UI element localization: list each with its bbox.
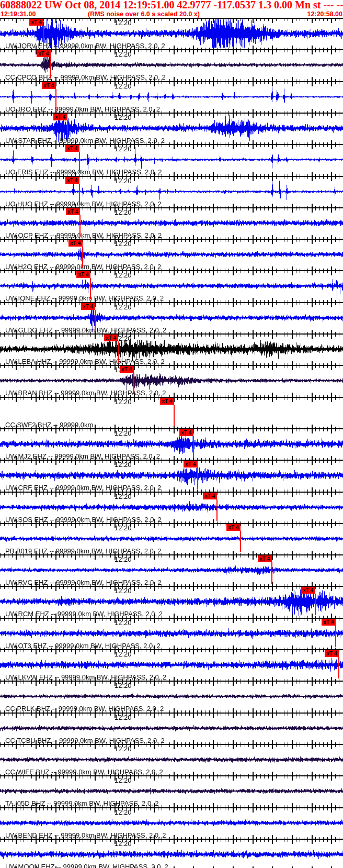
station-label: UW.LKVW EHZ -- 99999.0km BW, HIGHPASS, 2… [5, 674, 166, 681]
trace-panel: 12:20xT 4UW.GLDO EHZ -- 99999.0km BW, HI… [0, 302, 343, 334]
station-label: PB.B019 EHZ -- 99999.0km BW, HIGHPASS, 2… [5, 548, 161, 554]
time-tick-label: 12:20 [115, 556, 132, 563]
trace-panel: 12:20xT 4UW.SOS EHZ -- 99999.0km BW, HIG… [0, 492, 343, 524]
trace-panel: 12:20CC.TCBU BHZ -- 99999.0km BW, HIGHPA… [0, 713, 343, 744]
station-label: CC.CPCO BHZ -- 99999.0km BW, HIGHPASS, 2… [5, 74, 166, 81]
station-label: UW.LEBA HHZ -- 99999.0km BW, HIGHPASS, 2… [5, 358, 165, 365]
pick-marker[interactable]: xT 4 [81, 303, 95, 310]
scaling-note: (RMS noise over 6.0 s scaled 20.0 x) [58, 10, 230, 18]
time-tick-label: 12:20 [115, 398, 132, 405]
time-tick-label: 12:20 [115, 809, 132, 816]
pick-marker[interactable]: xT 4 [29, 19, 43, 26]
time-tick-label: 12:20 [115, 272, 132, 279]
time-tick-label: 12:20 [115, 840, 132, 847]
pick-marker[interactable]: xT 4 [184, 461, 198, 468]
station-label: TA.I05D BHZ -- 99999.0km BW, HIGHPASS, 2… [5, 800, 159, 807]
station-label: UW.CRF EHZ -- 99999.0km BW, HIGHPASS, 2.… [5, 484, 161, 491]
pick-line [43, 26, 44, 47]
pick-line [95, 310, 96, 331]
time-tick-label: 12:20 [115, 682, 132, 689]
pick-marker[interactable]: xT 4 [226, 524, 241, 531]
time-tick-label: 12:20 [115, 146, 132, 152]
station-label: UW.OT3 EHZ -- 99999.0km BW, HIGHPASS, 2.… [5, 642, 161, 649]
pick-marker[interactable]: xT 4 [65, 145, 79, 152]
pick-marker[interactable]: xT 4 [301, 587, 315, 594]
pick-line [193, 436, 194, 458]
pick-marker[interactable]: xT 4 [66, 208, 80, 215]
pick-line [271, 562, 272, 584]
time-tick-label: 12:20 [115, 304, 132, 310]
pick-line [67, 120, 68, 142]
trace-panel: 12:20xT 4UW.MJ2 EHZ -- 99999.0km BW, HIG… [0, 428, 343, 460]
time-tick-label: 12:20 [115, 714, 132, 721]
pick-marker[interactable]: xT 4 [68, 240, 83, 247]
pick-line [118, 341, 119, 363]
pick-line [82, 247, 83, 268]
time-tick-label: 12:20 [115, 51, 132, 58]
trace-panel: 12:20xT 4UW.LEBA HHZ -- 99999.0km BW, HI… [0, 333, 343, 365]
trace-panel: 12:20xT 4CC.CPCO BHZ -- 99999.0km BW, HI… [0, 49, 343, 81]
pick-marker[interactable]: xT 4 [42, 82, 56, 89]
trace-panel: 12:20xT 4UW.IONE EHZ -- 99999.0km BW, HI… [0, 270, 343, 302]
time-tick-label: 12:20 [115, 209, 132, 216]
pick-marker[interactable]: xT 4 [76, 271, 90, 278]
time-tick-label: 12:20 [115, 525, 132, 531]
window-start-time: 12:19:31.00 [1, 10, 36, 18]
station-label: UW.RCM EHZ -- 99999.0km BW, HIGHPASS, 2.… [5, 610, 163, 617]
pick-marker[interactable]: xT 4 [322, 619, 336, 626]
trace-panel: 12:20xT 4UW.OT3 EHZ -- 99999.0km BW, HIG… [0, 618, 343, 650]
station-label: UO.HUO EHZ -- 99999.0km BW, HIGHPASS, 2.… [5, 201, 162, 207]
station-label: UW.BEND EHZ -- 99999.0km BW, HIGHPASS, 2… [5, 832, 166, 839]
station-label: UW.OCP EHZ -- 99999.0km BW, HIGHPASS, 2.… [5, 232, 162, 239]
pick-marker[interactable]: xT 4 [258, 555, 272, 562]
pick-marker[interactable]: xT 4 [120, 366, 134, 373]
station-label: UW.STAR EHZ -- 99999.0km BW, HIGHPASS, 2… [5, 137, 165, 144]
time-tick-label: 12:20 [115, 114, 132, 121]
trace-panel: 12:20xT 4UW.JQRV EHZ -- 99999.0km BW, HI… [0, 18, 343, 50]
pick-marker[interactable]: xT 4 [203, 493, 217, 499]
trace-panel: 12:20xT 4CC.SWF2 BHZ -- 99999.0km [0, 397, 343, 429]
pick-marker[interactable]: xT 4 [37, 50, 51, 57]
time-tick-label: 12:20 [115, 461, 132, 468]
trace-panel: 12:20xT 4UW.RVC EHZ -- 99999.0km BW, HIG… [0, 554, 343, 586]
pick-line [50, 57, 51, 79]
time-tick-label: 12:20 [115, 19, 132, 26]
pick-marker[interactable]: xT 4 [104, 335, 118, 341]
station-label: UW.MJ2 EHZ -- 99999.0km BW, HIGHPASS, 2.… [5, 453, 160, 460]
pick-marker[interactable]: xT 4 [65, 177, 79, 184]
pick-line [240, 531, 241, 552]
trace-panel: 12:20xT 4UW.CRF EHZ -- 99999.0km BW, HIG… [0, 460, 343, 492]
pick-line [55, 89, 56, 110]
time-window-bar: 12:19:31.00 (RMS noise over 6.0 s scaled… [0, 10, 343, 18]
station-label: UO.FRIS EHZ -- 99999.0km BW, HIGHPASS, 2… [5, 169, 162, 175]
pick-marker[interactable]: xT 4 [53, 114, 67, 120]
trace-panel: 12:20xT 4UW.BRAN BHZ -- 99999.0km BW, HI… [0, 365, 343, 397]
station-label: CC.SWF2 BHZ -- 99999.0km [5, 421, 93, 428]
pick-line [338, 657, 339, 678]
pick-marker[interactable]: xT 4 [160, 398, 174, 405]
time-tick-label: 12:20 [115, 177, 132, 184]
time-tick-label: 12:20 [115, 587, 132, 594]
pick-marker[interactable]: xT 4 [325, 650, 339, 657]
time-tick-label: 12:20 [115, 777, 132, 784]
pick-marker[interactable]: xT 4 [179, 429, 193, 436]
event-header: 60888022 UW Oct 08, 2014 12:19:51.00 42.… [0, 0, 343, 11]
pick-line [216, 499, 218, 521]
pick-line [174, 405, 175, 426]
pick-line [133, 373, 134, 394]
trace-panel: 12:20TA.I05D BHZ -- 99999.0km BW, HIGHPA… [0, 775, 343, 807]
station-label: CC.WIFE BHZ -- 99999.0km BW, HIGHPASS, 2… [5, 769, 163, 775]
trace-panel: 12:20UW.BEND EHZ -- 99999.0km BW, HIGHPA… [0, 807, 343, 839]
time-tick-label: 12:20 [115, 619, 132, 626]
station-label: UW.BRAN BHZ -- 99999.0km BW, HIGHPASS, 2… [5, 390, 166, 396]
time-tick-label: 12:20 [115, 83, 132, 90]
pick-line [90, 278, 91, 299]
pick-line [79, 152, 80, 173]
pick-line [79, 184, 80, 205]
trace-panel: 12:20CC.WIFE BHZ -- 99999.0km BW, HIGHPA… [0, 744, 343, 776]
station-label: UW.MOON EHZ -- 99999.0km BW, HIGHPASS, 2… [5, 863, 168, 868]
time-tick-label: 12:20 [115, 240, 132, 247]
trace-panel: 12:20CC.PRLK BHZ -- 99999.0km BW, HIGHPA… [0, 681, 343, 713]
station-label: UW.IONE EHZ -- 99999.0km BW, HIGHPASS, 2… [5, 295, 164, 302]
window-end-time: 12:20:58.00 [307, 10, 342, 18]
